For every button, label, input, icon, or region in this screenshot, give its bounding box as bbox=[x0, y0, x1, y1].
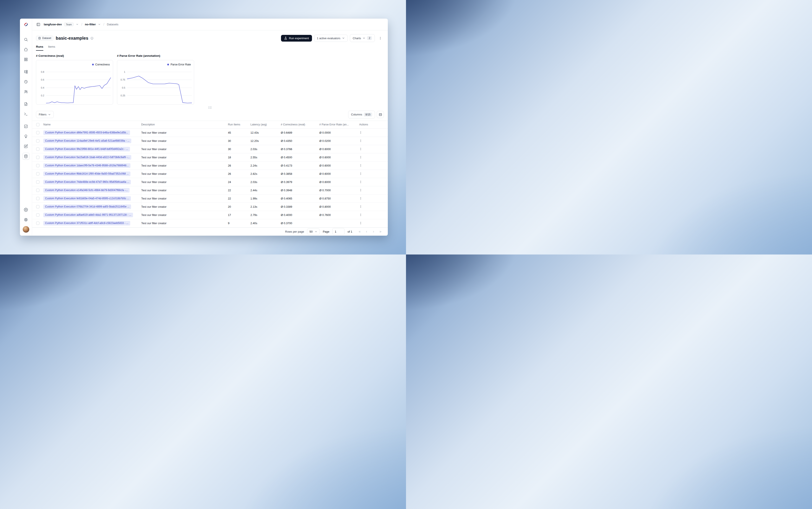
sidebar-item-users[interactable] bbox=[23, 88, 30, 95]
table-row[interactable]: Custom Python Execution adfae619-abb0-4d… bbox=[32, 211, 388, 219]
sidebar-item-datasets[interactable] bbox=[23, 153, 30, 160]
breadcrumb-section[interactable]: Datasets bbox=[107, 23, 118, 26]
langfuse-logo[interactable] bbox=[20, 19, 32, 30]
page-count-label: of 1 bbox=[347, 230, 352, 233]
run-name-link[interactable]: Custom Python Execution d66e7991-8595-45… bbox=[43, 130, 130, 135]
table-row[interactable]: Custom Python Execution 9fe23f98-881e-44… bbox=[32, 145, 388, 154]
column-header-run-items[interactable]: Run Items bbox=[228, 121, 250, 129]
run-name-link[interactable]: Custom Python Execution 9fe23f98-881e-44… bbox=[43, 147, 130, 151]
table-row[interactable]: Custom Python Execution 1daec0f9-5e78-43… bbox=[32, 162, 388, 170]
sidebar-toggle-button[interactable] bbox=[35, 21, 42, 28]
run-name-link[interactable]: Custom Python Execution 74de488e-ec9d-47… bbox=[43, 180, 131, 184]
tab-runs[interactable]: Runs bbox=[36, 45, 43, 51]
row-actions-menu-button[interactable] bbox=[356, 131, 362, 134]
run-experiment-button[interactable]: Run experiment bbox=[281, 35, 312, 42]
run-name-link[interactable]: Custom Python Execution fe91b83e-04a5-47… bbox=[43, 196, 131, 201]
chevron-down-icon bbox=[363, 37, 366, 40]
run-name-link[interactable]: Custom Python Execution 076b2704-341d-48… bbox=[43, 204, 131, 209]
legend-dot bbox=[167, 64, 169, 65]
breadcrumb-project[interactable]: no-filter bbox=[85, 23, 96, 26]
column-header-parse-error-rate[interactable]: # Parse Error Rate (an... bbox=[319, 121, 356, 129]
correctness-value: Ø 0.3766 bbox=[281, 145, 319, 153]
user-avatar[interactable] bbox=[23, 226, 29, 233]
rows-per-page-select[interactable]: 50 bbox=[307, 229, 319, 235]
row-checkbox[interactable] bbox=[36, 180, 39, 184]
org-switcher-chevron[interactable] bbox=[76, 23, 79, 26]
table-row[interactable]: Custom Python Execution 5a15a616-1bab-44… bbox=[32, 154, 388, 162]
row-checkbox[interactable] bbox=[36, 213, 39, 216]
row-actions-menu-button[interactable] bbox=[356, 147, 362, 150]
filters-button[interactable]: Filters bbox=[36, 111, 54, 118]
row-actions-menu-button[interactable] bbox=[356, 156, 362, 159]
page-number-input[interactable] bbox=[332, 228, 344, 235]
table-row[interactable]: Custom Python Execution 371f531c-abff-4d… bbox=[32, 219, 388, 228]
column-header-description[interactable]: Description bbox=[141, 121, 228, 129]
table-row[interactable]: Custom Python Execution fe91b83e-04a5-47… bbox=[32, 195, 388, 203]
select-all-checkbox[interactable] bbox=[36, 123, 39, 126]
sidebar-item-annotation[interactable] bbox=[23, 143, 30, 150]
row-checkbox[interactable] bbox=[36, 189, 39, 192]
run-name-link[interactable]: Custom Python Execution e14fa348-5cfc-49… bbox=[43, 188, 130, 193]
table-row[interactable]: Custom Python Execution e14fa348-5cfc-49… bbox=[32, 186, 388, 195]
run-items-value: 30 bbox=[228, 137, 250, 145]
sidebar-item-evaluation[interactable] bbox=[23, 123, 30, 130]
sidebar-item-search[interactable] bbox=[23, 36, 30, 43]
dataset-info-button[interactable] bbox=[90, 37, 94, 40]
column-header-correctness[interactable]: # Correctness (eval) bbox=[281, 121, 319, 129]
row-checkbox[interactable] bbox=[36, 156, 39, 159]
columns-button[interactable]: Columns 8/15 bbox=[348, 111, 375, 118]
sidebar-item-prompts[interactable] bbox=[23, 101, 30, 107]
page-actions-menu-button[interactable] bbox=[377, 35, 383, 41]
next-page-button[interactable]: › bbox=[370, 229, 376, 235]
column-header-latency[interactable]: Latency (avg) bbox=[250, 121, 281, 129]
row-checkbox[interactable] bbox=[36, 131, 39, 134]
row-checkbox[interactable] bbox=[36, 205, 39, 208]
table-row[interactable]: Custom Python Execution 076b2704-341d-48… bbox=[32, 203, 388, 211]
last-page-button[interactable]: » bbox=[377, 229, 383, 235]
column-header-name[interactable]: Name bbox=[43, 121, 141, 129]
table-row[interactable]: Custom Python Execution d66e7991-8595-45… bbox=[32, 129, 388, 137]
previous-page-button[interactable]: ‹ bbox=[364, 229, 370, 235]
row-checkbox[interactable] bbox=[36, 172, 39, 175]
row-actions-menu-button[interactable] bbox=[356, 205, 362, 208]
table-row[interactable]: Custom Python Execution f6bb1614-1f90-40… bbox=[32, 170, 388, 178]
sidebar-item-support[interactable] bbox=[23, 216, 30, 223]
row-height-button[interactable] bbox=[377, 111, 384, 118]
evaluators-dropdown[interactable]: 1 active evaluators bbox=[314, 35, 348, 42]
run-name-link[interactable]: Custom Python Execution 371f531c-abff-4d… bbox=[43, 221, 130, 226]
row-checkbox[interactable] bbox=[36, 197, 39, 200]
charts-dropdown[interactable]: Charts 2 bbox=[350, 34, 375, 42]
row-checkbox[interactable] bbox=[36, 164, 39, 167]
sidebar-item-playground[interactable] bbox=[23, 110, 30, 117]
sidebar-item-sessions[interactable] bbox=[23, 78, 30, 85]
row-actions-menu-button[interactable] bbox=[356, 222, 362, 225]
run-name-link[interactable]: Custom Python Execution 114aa9ef-29e6-4e… bbox=[43, 139, 131, 143]
charts-resize-handle[interactable] bbox=[208, 107, 211, 108]
first-page-button[interactable]: « bbox=[357, 229, 363, 235]
project-switcher-chevron[interactable] bbox=[98, 23, 101, 26]
sidebar-item-settings[interactable] bbox=[23, 206, 30, 213]
breadcrumb-org[interactable]: langfuse-dev bbox=[44, 23, 62, 26]
run-name-link[interactable]: Custom Python Execution 5a15a616-1bab-44… bbox=[43, 155, 131, 160]
sidebar-item-tracing[interactable] bbox=[23, 68, 30, 75]
row-actions-menu-button[interactable] bbox=[356, 172, 362, 175]
row-checkbox[interactable] bbox=[36, 139, 39, 142]
row-actions-menu-button[interactable] bbox=[356, 180, 362, 183]
row-actions-menu-button[interactable] bbox=[356, 139, 362, 142]
row-checkbox[interactable] bbox=[36, 222, 39, 225]
row-actions-menu-button[interactable] bbox=[356, 213, 362, 216]
table-row[interactable]: Custom Python Execution 74de488e-ec9d-47… bbox=[32, 178, 388, 186]
row-checkbox[interactable] bbox=[36, 147, 39, 151]
tab-items[interactable]: Items bbox=[48, 45, 55, 51]
row-actions-menu-button[interactable] bbox=[356, 164, 362, 167]
run-name-link[interactable]: Custom Python Execution adfae619-abb0-4d… bbox=[43, 213, 133, 217]
latency-value: 2.44s bbox=[250, 186, 281, 194]
sidebar-item-llm-as-judge[interactable] bbox=[23, 133, 30, 140]
run-name-link[interactable]: Custom Python Execution 1daec0f9-5e78-43… bbox=[43, 163, 130, 168]
sidebar-item-dashboards[interactable] bbox=[23, 56, 30, 63]
run-name-link[interactable]: Custom Python Execution f6bb1614-1f90-40… bbox=[43, 172, 130, 176]
row-actions-menu-button[interactable] bbox=[356, 189, 362, 192]
sidebar-item-home[interactable] bbox=[23, 46, 30, 53]
row-actions-menu-button[interactable] bbox=[356, 197, 362, 200]
table-row[interactable]: Custom Python Execution 114aa9ef-29e6-4e… bbox=[32, 137, 388, 145]
